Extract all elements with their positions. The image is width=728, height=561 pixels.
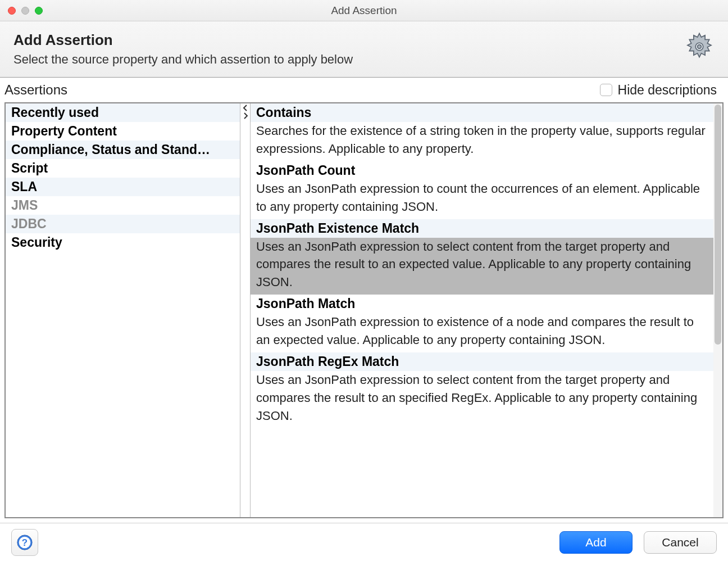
assertion-item[interactable]: JsonPath RegEx MatchUses an JsonPath exp… <box>251 352 713 428</box>
window-title: Add Assertion <box>0 4 728 17</box>
svg-text:?: ? <box>22 537 28 548</box>
category-list[interactable]: Recently usedProperty ContentCompliance,… <box>6 103 240 517</box>
vertical-scrollbar[interactable] <box>713 103 722 517</box>
assertion-item[interactable]: JsonPath MatchUses an JsonPath expressio… <box>251 295 713 352</box>
category-item[interactable]: JMS <box>6 196 240 215</box>
category-item[interactable]: Compliance, Status and Stand… <box>6 141 240 159</box>
category-item[interactable]: Recently used <box>6 103 240 122</box>
category-item[interactable]: Security <box>6 233 240 252</box>
assertion-description: Uses an JsonPath expression to count the… <box>251 180 713 219</box>
add-button[interactable]: Add <box>559 531 633 554</box>
assertion-title: Contains <box>251 103 713 122</box>
close-window-button[interactable] <box>8 7 16 15</box>
assertion-pane: ContainsSearches for the existence of a … <box>251 103 722 517</box>
svg-point-2 <box>698 45 702 49</box>
assertions-toolbar: Assertions Hide descriptions <box>0 78 728 102</box>
assertion-title: JsonPath Match <box>251 295 713 313</box>
assertion-item[interactable]: JsonPath Existence MatchUses an JsonPath… <box>251 219 713 295</box>
assertion-item[interactable]: JsonPath CountUses an JsonPath expressio… <box>251 161 713 219</box>
dialog-header: Add Assertion Select the source property… <box>0 21 728 78</box>
content-area: Recently usedProperty ContentCompliance,… <box>4 102 724 518</box>
category-item[interactable]: JDBC <box>6 215 240 233</box>
titlebar: Add Assertion <box>0 0 728 21</box>
hide-descriptions-label: Hide descriptions <box>618 83 717 98</box>
minimize-window-button[interactable] <box>21 7 29 15</box>
assertion-title: JsonPath RegEx Match <box>251 352 713 371</box>
splitter-handle[interactable] <box>240 103 251 517</box>
dialog-header-text: Add Assertion Select the source property… <box>13 31 353 67</box>
category-item[interactable]: Script <box>6 159 240 178</box>
assertion-description: Uses an JsonPath expression to select co… <box>251 238 713 295</box>
maximize-window-button[interactable] <box>35 7 43 15</box>
cancel-button[interactable]: Cancel <box>644 531 717 554</box>
assertions-label: Assertions <box>4 82 67 98</box>
category-item[interactable]: Property Content <box>6 122 240 141</box>
help-icon: ? <box>16 534 33 551</box>
window-controls <box>0 7 43 15</box>
assertion-list[interactable]: ContainsSearches for the existence of a … <box>251 103 713 517</box>
chevron-right-icon <box>242 112 249 119</box>
dialog-footer: ? Add Cancel <box>0 523 728 561</box>
assertion-description: Uses an JsonPath expression to select co… <box>251 371 713 428</box>
assertion-item[interactable]: ContainsSearches for the existence of a … <box>251 103 713 161</box>
assertion-title: JsonPath Existence Match <box>251 219 713 238</box>
dialog-title: Add Assertion <box>13 31 353 49</box>
chevron-left-icon <box>242 105 249 111</box>
hide-descriptions-toggle[interactable]: Hide descriptions <box>600 83 717 98</box>
dialog-subtitle: Select the source property and which ass… <box>13 52 353 67</box>
hide-descriptions-checkbox[interactable] <box>600 84 612 96</box>
assertion-description: Searches for the existence of a string t… <box>251 122 713 161</box>
scrollbar-thumb[interactable] <box>715 105 721 345</box>
assertion-description: Uses an JsonPath expression to existence… <box>251 313 713 352</box>
gear-icon <box>684 31 715 64</box>
assertion-title: JsonPath Count <box>251 161 713 180</box>
help-button[interactable]: ? <box>11 529 38 556</box>
category-item[interactable]: SLA <box>6 178 240 196</box>
